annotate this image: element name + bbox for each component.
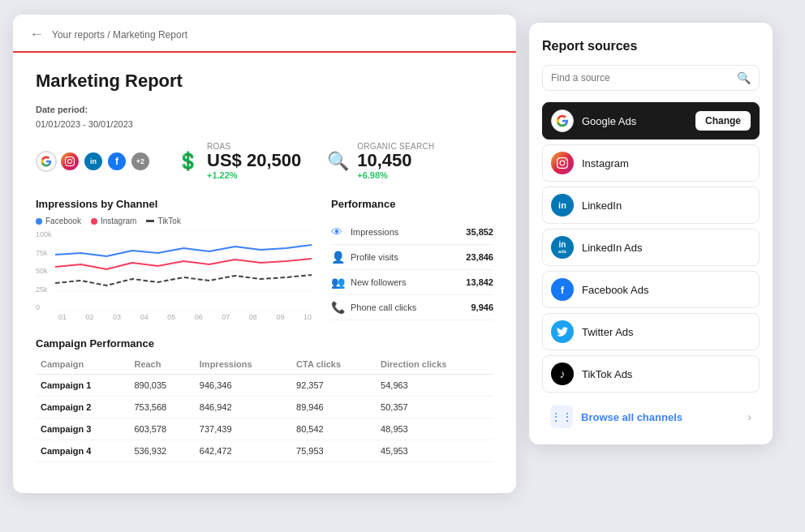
perf-label: Profile visits (351, 252, 398, 262)
perf-icon: 👤 (331, 251, 344, 264)
table-cell: 80,542 (291, 418, 376, 440)
campaign-table: CampaignReachImpressionsCTA clicksDirect… (36, 356, 493, 462)
channel-icons: in f +2 (36, 151, 151, 172)
table-row: Campaign 1890,035946,34692,35754,963 (36, 375, 493, 397)
perf-label: Phone call clicks (351, 302, 416, 312)
roas-delta: +1.22% (207, 170, 301, 180)
table-cell: 50,357 (376, 397, 493, 418)
perf-value: 9,946 (471, 302, 493, 312)
source-name: Twitter Ads (582, 326, 751, 338)
campaign-section: Campaign Performance CampaignReachImpres… (36, 337, 493, 462)
organic-value: 10,450 (357, 151, 434, 170)
perf-icon: 📞 (331, 301, 344, 314)
perf-value: 23,846 (466, 252, 493, 262)
table-header: Direction clicks (376, 356, 493, 375)
perf-icon: 👁 (331, 225, 344, 238)
perf-label: New followers (351, 277, 406, 287)
organic-delta: +6.98% (357, 170, 434, 180)
browse-icon: ⋮⋮ (550, 405, 573, 428)
performance-title: Performance (331, 198, 493, 210)
search-icon: 🔍 (737, 71, 751, 84)
table-cell: 603,578 (129, 418, 194, 440)
table-header: Reach (129, 356, 194, 375)
table-header: Campaign (36, 356, 129, 375)
browse-label: Browse all channels (581, 411, 739, 423)
source-icon (551, 320, 574, 343)
extra-channels-icon: +2 (130, 151, 151, 172)
browse-all-channels[interactable]: ⋮⋮ Browse all channels › (542, 397, 760, 431)
source-icon (551, 152, 574, 174)
performance-section: Performance 👁 Impressions 35,852 👤 Profi… (331, 198, 493, 321)
instagram-icon (59, 151, 80, 172)
perf-value: 13,842 (466, 277, 493, 287)
table-cell: 54,963 (376, 375, 493, 397)
source-item-instagram[interactable]: Instagram (542, 144, 760, 182)
chart-legend: Facebook Instagram TikTok (36, 217, 312, 225)
back-button[interactable]: ← (29, 26, 44, 43)
source-item-linkedin-ads[interactable]: in ads LinkedIn Ads (542, 229, 760, 266)
performance-row: 📞 Phone call clicks 9,946 (331, 295, 493, 320)
table-header: CTA clicks (291, 356, 376, 375)
panel-title: Report sources (542, 39, 760, 54)
campaign-table-title: Campaign Performance (36, 337, 493, 350)
facebook-icon: f (106, 151, 127, 172)
source-name: Google Ads (582, 115, 687, 127)
date-period-value: 01/01/2023 - 30/01/2023 (36, 119, 133, 129)
table-cell: 89,946 (291, 397, 376, 418)
source-item-google-ads[interactable]: Google Ads Change (542, 102, 760, 139)
table-cell: 92,357 (291, 375, 376, 397)
table-cell: 642,472 (195, 440, 291, 462)
table-cell: 75,953 (291, 440, 376, 462)
breadcrumb: Your reports / Marketing Report (52, 29, 187, 41)
table-cell: Campaign 1 (36, 375, 129, 397)
source-name: TikTok Ads (582, 368, 751, 380)
roas-metric: 💲 ROAS US$ 20,500 +1.22% (177, 142, 301, 180)
table-cell: 946,346 (195, 375, 291, 397)
change-button[interactable]: Change (695, 111, 751, 131)
source-item-twitter-ads[interactable]: Twitter Ads (542, 313, 760, 350)
performance-row: 👤 Profile visits 23,846 (331, 245, 493, 270)
table-cell: 737,439 (195, 418, 291, 440)
source-list: Google Ads Change Instagram in LinkedIn … (542, 102, 760, 393)
table-header: Impressions (195, 356, 291, 375)
source-name: LinkedIn Ads (582, 242, 751, 254)
linkedin-icon: in (83, 151, 104, 172)
table-row: Campaign 3603,578737,43980,54248,953 (36, 418, 493, 440)
impressions-chart: Impressions by Channel Facebook Instagra… (36, 198, 312, 321)
search-input[interactable] (551, 72, 730, 84)
source-icon: ♪ (551, 363, 574, 385)
sources-panel: Report sources 🔍 Google Ads Change Insta… (529, 23, 773, 444)
table-cell: Campaign 2 (36, 397, 129, 418)
source-icon (551, 109, 574, 132)
source-item-tiktok-ads[interactable]: ♪ TikTok Ads (542, 355, 760, 393)
source-item-facebook-ads[interactable]: f Facebook Ads (542, 271, 760, 308)
google-ads-icon (36, 151, 57, 172)
table-cell: 890,035 (129, 375, 194, 397)
perf-value: 35,852 (466, 227, 493, 237)
source-name: Instagram (582, 157, 751, 169)
perf-icon: 👥 (331, 276, 344, 289)
table-cell: Campaign 4 (36, 440, 129, 462)
report-topbar: ← Your reports / Marketing Report (13, 15, 516, 53)
source-name: LinkedIn (582, 200, 751, 212)
chart-title: Impressions by Channel (36, 198, 312, 210)
table-cell: 753,568 (129, 397, 194, 418)
page-title: Marketing Report (36, 71, 493, 92)
source-icon: in ads (551, 236, 574, 259)
table-cell: 536,932 (129, 440, 194, 462)
table-cell: 45,953 (376, 440, 493, 462)
search-box[interactable]: 🔍 (542, 65, 760, 91)
source-name: Facebook Ads (582, 284, 751, 296)
source-icon: in (551, 194, 574, 217)
performance-row: 👥 New followers 13,842 (331, 270, 493, 295)
table-row: Campaign 2753,568846,94289,94650,357 (36, 397, 493, 418)
report-card: ← Your reports / Marketing Report Market… (13, 15, 516, 493)
source-icon: f (551, 278, 574, 301)
browse-chevron-icon: › (747, 410, 751, 423)
date-period-label: Date period: (36, 105, 88, 114)
roas-value: US$ 20,500 (207, 151, 301, 170)
table-cell: 846,942 (195, 397, 291, 418)
source-item-linkedin[interactable]: in LinkedIn (542, 187, 760, 224)
perf-label: Impressions (351, 227, 398, 237)
table-row: Campaign 4536,932642,47275,95345,953 (36, 440, 493, 462)
